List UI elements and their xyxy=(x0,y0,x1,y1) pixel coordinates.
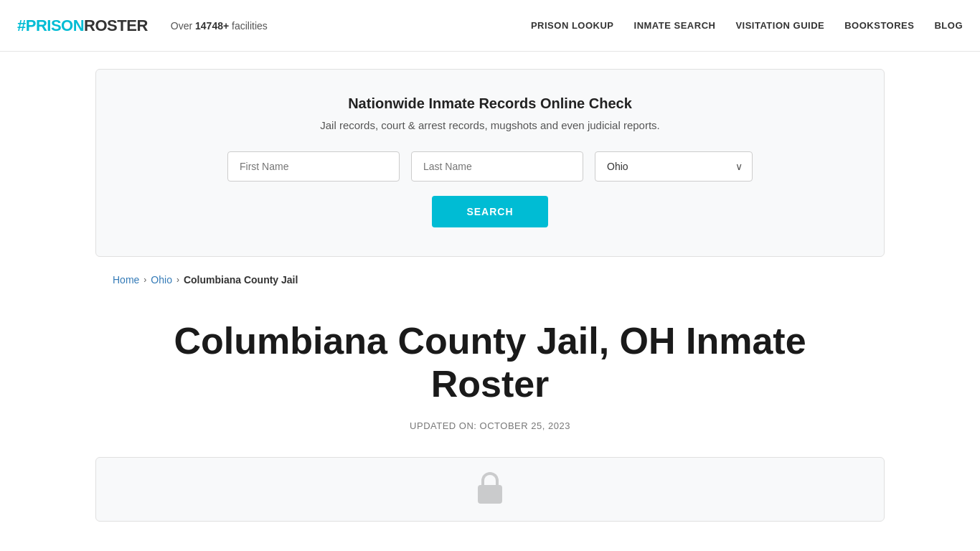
site-logo[interactable]: #PRISONROSTER xyxy=(17,17,148,35)
breadcrumb-sep-2: › xyxy=(176,275,179,285)
breadcrumb: Home › Ohio › Columbiana County Jail xyxy=(95,274,885,286)
logo-prison: PRISON xyxy=(26,17,84,35)
nav-prison-lookup[interactable]: PRISON LOOKUP xyxy=(531,20,614,31)
main-nav: PRISON LOOKUP INMATE SEARCH VISITATION G… xyxy=(531,20,963,31)
last-name-input[interactable] xyxy=(411,151,583,182)
search-btn-row: SEARCH xyxy=(125,196,855,227)
first-name-input[interactable] xyxy=(227,151,400,182)
site-header: #PRISONROSTER Over 14748+ facilities PRI… xyxy=(0,0,980,52)
lock-shackle xyxy=(481,472,499,485)
logo-roster: ROSTER xyxy=(84,17,148,35)
nav-bookstores[interactable]: BOOKSTORES xyxy=(844,20,914,31)
breadcrumb-home[interactable]: Home xyxy=(113,274,139,286)
page-title-section: Columbiana County Jail, OH Inmate Roster… xyxy=(0,291,980,443)
nav-inmate-search[interactable]: INMATE SEARCH xyxy=(634,20,716,31)
breadcrumb-sep-1: › xyxy=(143,275,146,285)
banner-title: Nationwide Inmate Records Online Check xyxy=(125,95,855,112)
page-title: Columbiana County Jail, OH Inmate Roster xyxy=(167,320,813,406)
search-form: Ohio Alabama Alaska Arizona Arkansas Cal… xyxy=(125,151,855,182)
state-select-wrapper: Ohio Alabama Alaska Arizona Arkansas Cal… xyxy=(595,151,753,182)
nav-blog[interactable]: BLOG xyxy=(934,20,963,31)
lock-icon xyxy=(476,472,504,507)
header-tagline: Over 14748+ facilities xyxy=(171,20,268,32)
search-banner: Nationwide Inmate Records Online Check J… xyxy=(95,69,885,257)
updated-label: UPDATED ON: OCTOBER 25, 2023 xyxy=(17,420,963,431)
bottom-card xyxy=(95,457,885,522)
breadcrumb-current: Columbiana County Jail xyxy=(184,274,298,286)
state-select[interactable]: Ohio Alabama Alaska Arizona Arkansas Cal… xyxy=(595,151,753,182)
lock-body xyxy=(478,485,502,504)
logo-hash: # xyxy=(17,17,26,35)
facility-count: 14748+ xyxy=(195,20,229,32)
nav-visitation-guide[interactable]: VISITATION GUIDE xyxy=(735,20,824,31)
banner-subtitle: Jail records, court & arrest records, mu… xyxy=(125,119,855,131)
breadcrumb-ohio[interactable]: Ohio xyxy=(151,274,172,286)
search-button[interactable]: SEARCH xyxy=(432,196,547,227)
